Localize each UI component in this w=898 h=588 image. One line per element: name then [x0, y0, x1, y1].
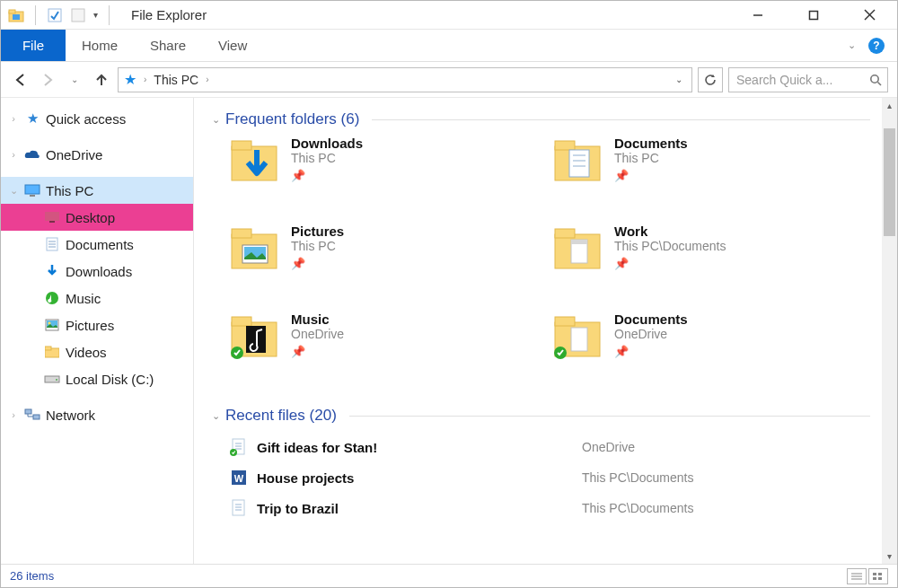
pin-icon[interactable]: 📌 [291, 257, 305, 270]
folder-icon [553, 312, 603, 362]
file-row[interactable]: WHouse projectsThis PC\Documents [230, 462, 870, 493]
file-row[interactable]: Gift ideas for Stan!OneDrive [230, 432, 870, 462]
tree-local-disk[interactable]: Local Disk (C:) [1, 365, 193, 392]
chevron-right-icon[interactable]: › [8, 113, 19, 124]
refresh-button[interactable] [698, 67, 723, 92]
svg-point-19 [46, 292, 58, 304]
drive-icon [44, 371, 60, 387]
folder-tile[interactable]: DownloadsThis PC📌 [230, 136, 553, 218]
app-icon [8, 7, 24, 23]
svg-rect-33 [569, 150, 589, 177]
tree-downloads[interactable]: Downloads [1, 258, 193, 285]
svg-rect-1 [9, 10, 15, 13]
pin-icon[interactable]: 📌 [614, 169, 629, 182]
minimize-button[interactable] [730, 1, 786, 30]
chevron-down-icon[interactable]: ⌄ [8, 185, 19, 197]
tree-videos[interactable]: Videos [1, 338, 193, 365]
chevron-right-icon[interactable]: › [8, 409, 19, 420]
svg-rect-69 [873, 577, 876, 580]
tab-file[interactable]: File [1, 30, 66, 61]
tab-share[interactable]: Share [134, 30, 202, 61]
svg-rect-68 [878, 573, 882, 575]
tree-label: Downloads [66, 264, 132, 279]
folder-name: Documents [614, 312, 688, 327]
tree-label: Quick access [46, 111, 126, 127]
folder-name: Pictures [291, 224, 344, 239]
address-dropdown-icon[interactable]: ⌄ [675, 75, 686, 84]
group-header-frequent[interactable]: ⌄ Frequent folders (6) [194, 98, 897, 136]
nav-recent-dropdown[interactable]: ⌄ [64, 69, 85, 91]
folder-tile[interactable]: MusicOneDrive📌 [230, 312, 553, 394]
breadcrumb-segment[interactable]: This PC [154, 73, 198, 87]
onedrive-icon [24, 146, 40, 162]
folder-icon [44, 344, 60, 360]
close-button[interactable] [841, 1, 897, 30]
search-input[interactable] [735, 72, 864, 88]
folder-tile[interactable]: PicturesThis PC📌 [230, 224, 553, 306]
window-title: File Explorer [120, 7, 207, 22]
navigation-pane: › ★ Quick access › OneDrive ⌄ This PC De… [1, 98, 194, 564]
folder-tile[interactable]: DocumentsThis PC📌 [553, 136, 876, 218]
tab-home[interactable]: Home [66, 30, 134, 61]
file-type-icon [230, 499, 248, 517]
chevron-right-icon[interactable]: › [206, 75, 208, 84]
view-toggles [847, 568, 888, 584]
svg-rect-3 [48, 9, 61, 22]
vertical-scrollbar[interactable]: ▴ ▾ [882, 98, 897, 564]
tab-view[interactable]: View [202, 30, 263, 61]
scroll-thumb[interactable] [884, 128, 895, 236]
group-label: Frequent folders (6) [225, 110, 359, 128]
tree-onedrive[interactable]: › OneDrive [1, 141, 193, 168]
help-icon[interactable]: ? [868, 38, 885, 54]
monitor-icon [24, 182, 40, 198]
folder-tile[interactable]: WorkThis PC\Documents📌 [553, 224, 876, 306]
nav-up-button[interactable] [91, 69, 112, 91]
chevron-down-icon[interactable]: ⌄ [212, 410, 220, 422]
qat-properties-icon[interactable] [47, 7, 63, 23]
maximize-button[interactable] [786, 1, 841, 30]
chevron-right-icon[interactable]: › [144, 75, 146, 84]
ribbon-collapse-icon[interactable]: ⌄ [848, 39, 856, 51]
group-header-recent[interactable]: ⌄ Recent files (20) [194, 394, 897, 432]
scroll-up-icon[interactable]: ▴ [882, 98, 897, 113]
folder-tile[interactable]: DocumentsOneDrive📌 [553, 312, 876, 394]
qat-new-folder-icon[interactable] [70, 7, 86, 23]
tree-network[interactable]: › Network [1, 401, 193, 428]
chevron-right-icon[interactable]: › [8, 149, 19, 160]
svg-rect-4 [72, 9, 84, 22]
view-details-button[interactable] [847, 568, 867, 584]
view-icons-button[interactable] [868, 568, 888, 584]
folder-name: Downloads [291, 136, 363, 151]
folder-name: Documents [614, 136, 688, 151]
pin-icon[interactable]: 📌 [614, 345, 629, 358]
pin-icon[interactable]: 📌 [291, 169, 305, 182]
tree-music[interactable]: Music [1, 285, 193, 312]
nav-forward-button[interactable] [37, 69, 58, 91]
tree-quick-access[interactable]: › ★ Quick access [1, 105, 193, 132]
ribbon-tabs: File Home Share View ⌄ ? [1, 30, 897, 62]
tree-desktop[interactable]: Desktop [1, 204, 193, 231]
qat-dropdown-icon[interactable]: ▾ [93, 10, 98, 20]
svg-rect-46 [232, 317, 251, 326]
search-icon[interactable] [869, 74, 882, 86]
nav-back-button[interactable] [10, 69, 31, 91]
folder-name: Music [291, 312, 344, 327]
search-box[interactable] [728, 67, 888, 92]
quick-access-toolbar: ▾ [1, 5, 120, 25]
folder-path: This PC [614, 151, 688, 165]
pin-icon[interactable]: 📌 [614, 257, 629, 270]
tree-documents[interactable]: Documents [1, 231, 193, 258]
folder-path: This PC\Documents [614, 239, 726, 253]
tree-this-pc[interactable]: ⌄ This PC [1, 177, 193, 204]
tree-label: OneDrive [46, 147, 102, 162]
item-count: 26 items [10, 569, 54, 583]
tree-pictures[interactable]: Pictures [1, 312, 193, 338]
svg-rect-67 [873, 573, 876, 575]
chevron-down-icon[interactable]: ⌄ [212, 114, 220, 126]
address-bar[interactable]: ★ › This PC › ⌄ [118, 67, 692, 92]
pin-icon[interactable]: 📌 [291, 345, 305, 358]
file-row[interactable]: Trip to BrazilThis PC\Documents [230, 493, 870, 523]
scroll-down-icon[interactable]: ▾ [882, 549, 897, 564]
svg-rect-51 [571, 328, 587, 351]
svg-rect-12 [30, 195, 35, 197]
